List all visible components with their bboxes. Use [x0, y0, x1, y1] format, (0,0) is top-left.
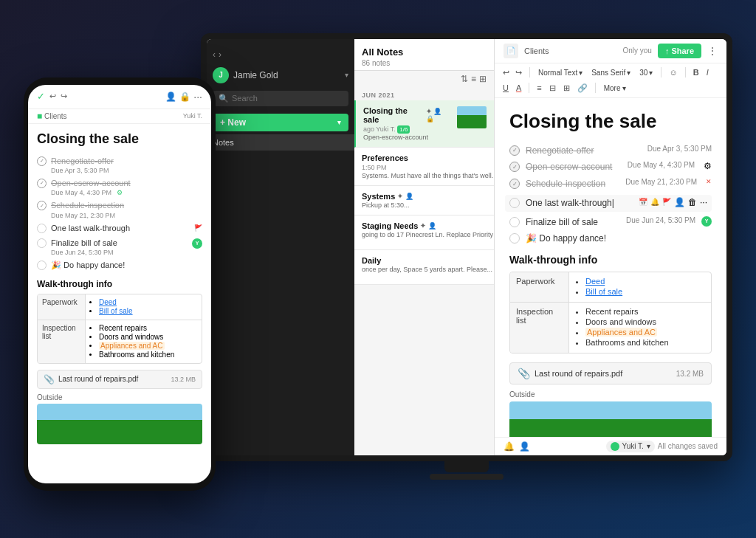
person-icon[interactable]: 👤: [674, 197, 685, 207]
phone-task-checkbox[interactable]: [37, 156, 47, 166]
bill-of-sale-link[interactable]: Bill of sale: [585, 287, 622, 296]
phone-image-preview: [37, 404, 202, 444]
phone-redo-icon[interactable]: ↪: [61, 92, 67, 101]
phone-task-item: Open-escrow-account Due May 4, 4:30 PM ⚙: [37, 178, 202, 196]
notes-list-panel: All Notes 86 notes ⇅ ≡ ⊞ JUN 2021 Closin…: [354, 39, 495, 455]
link-button[interactable]: 🔗: [575, 82, 590, 94]
sort-icon[interactable]: ≡: [471, 74, 476, 84]
indent-button[interactable]: ⊞: [561, 82, 572, 94]
search-input[interactable]: [232, 94, 343, 103]
task-checkbox[interactable]: [509, 233, 520, 244]
list-item: Recent repairs: [585, 307, 705, 316]
italic-button[interactable]: I: [704, 66, 711, 78]
user-dropdown-icon[interactable]: ▾: [345, 71, 348, 79]
font-dropdown[interactable]: Sans Serif ▾: [588, 67, 633, 78]
new-button[interactable]: + New ▾: [213, 114, 348, 131]
phone-content[interactable]: Closing the sale Renegotiate-offer Due A…: [28, 124, 211, 483]
phone-task-item: Schedule-inspection Due May 21, 2:30 PM: [37, 200, 202, 218]
note-item-preferences[interactable]: Preferences 1:50 PM Systems. Must have a…: [354, 148, 494, 186]
more-toolbar-dropdown[interactable]: More ▾: [601, 83, 629, 94]
forward-arrow-icon[interactable]: ›: [219, 49, 221, 60]
person-status-icon[interactable]: 👤: [519, 441, 530, 452]
share-button[interactable]: ↑ Share: [658, 44, 701, 58]
bell-icon[interactable]: 🔔: [650, 198, 659, 206]
attachment-bar[interactable]: 📎 Last round of repairs.pdf 13.2 MB: [509, 362, 712, 384]
phone-person-icon[interactable]: 👤: [165, 92, 176, 102]
task-text: One last walk-through|: [526, 197, 633, 210]
task-checkbox[interactable]: [509, 198, 520, 208]
search-bar[interactable]: 🔍: [213, 91, 348, 106]
dropdown-chevron: ▾: [622, 84, 626, 92]
redo-button[interactable]: ↪: [513, 66, 524, 79]
note-title: Closing the sale ✦ 👤 🔒: [363, 106, 451, 124]
note-item-staging[interactable]: Staging Needs ✦ 👤 going to do 17 Pinecre…: [354, 215, 494, 250]
deed-link[interactable]: Deed: [585, 277, 605, 286]
underline-button[interactable]: U: [501, 82, 511, 94]
status-icons: 🔔 👤: [504, 441, 530, 452]
bullet-list-button[interactable]: ≡: [535, 82, 543, 94]
toolbar-separator: [661, 67, 662, 77]
sidebar-nav: ‹ ›: [207, 45, 354, 64]
task-item-active[interactable]: One last walk-through| 📅 🔔 🚩 👤 🗑 ···: [505, 195, 712, 212]
phone-bill-link[interactable]: Bill of sale: [99, 307, 133, 315]
sidebar-item-notes[interactable]: Notes: [207, 134, 354, 151]
user-section[interactable]: J Jamie Gold ▾: [207, 64, 354, 86]
phone-task-item: Renegotiate-offer Due Apr 3, 5:30 PM: [37, 156, 202, 174]
sidebar: ‹ › J Jamie Gold ▾ 🔍 + New ▾ Notes: [207, 39, 354, 455]
phone-task-checkbox[interactable]: [37, 238, 47, 248]
back-arrow-icon[interactable]: ‹: [213, 49, 216, 60]
author-chip[interactable]: Yuki T. ▾: [606, 441, 655, 452]
numbered-list-button[interactable]: ⊟: [547, 82, 558, 94]
task-checkbox[interactable]: [509, 179, 520, 189]
font-size-dropdown[interactable]: 30 ▾: [636, 67, 656, 78]
phone-task-checkbox[interactable]: [37, 261, 47, 270]
undo-button[interactable]: ↩: [501, 66, 512, 79]
task-checkbox[interactable]: [509, 217, 520, 227]
task-actions: 📅 🔔 🚩 👤 🗑 ···: [639, 197, 707, 207]
bell-status-icon[interactable]: 🔔: [504, 441, 515, 452]
filter-icon[interactable]: ⇅: [461, 74, 468, 84]
phone-undo-icon[interactable]: ↩: [49, 92, 56, 101]
phone-breadcrumb-icon[interactable]: ◼: [37, 112, 42, 120]
list-item: Doors and windows: [99, 333, 197, 341]
toolbar-separator: [595, 83, 596, 93]
author-dropdown-icon: ▾: [647, 442, 650, 450]
flag-icon[interactable]: 🚩: [662, 198, 671, 206]
phone-task-checkbox[interactable]: [37, 201, 47, 210]
phone-task-checkbox[interactable]: [37, 224, 47, 233]
note-item-systems[interactable]: Systems ✦ 👤 Pickup at 5:30...: [354, 186, 494, 215]
document-title: Closing the sale: [509, 110, 712, 133]
table-value: Deed Bill of sale: [569, 272, 711, 302]
phone-attachment[interactable]: 📎 Last round of repairs.pdf 13.2 MB: [37, 370, 202, 389]
task-checkbox[interactable]: [509, 162, 520, 172]
text-style-dropdown[interactable]: Normal Text ▾: [535, 67, 585, 78]
note-item-closing-sale[interactable]: Closing the sale ✦ 👤 🔒 ago Yuki T. 1/6 O…: [354, 100, 494, 148]
phone-more-icon[interactable]: ···: [193, 91, 202, 103]
editor-content[interactable]: Closing the sale Renegotiate-offer Due A…: [495, 98, 726, 437]
phone-check-icon: ✓: [37, 91, 45, 102]
appliances-link: Appliances and AC: [585, 328, 657, 337]
phone-lock-icon[interactable]: 🔒: [179, 92, 190, 102]
bold-button[interactable]: B: [691, 66, 701, 78]
toolbar-separator: [529, 83, 529, 93]
note-item-daily[interactable]: Daily once per day, Space 5 yards apart.…: [354, 250, 494, 285]
phone-deed-link[interactable]: Deed: [99, 298, 117, 306]
emoji-button[interactable]: ☺: [667, 66, 679, 78]
task-checkbox[interactable]: [509, 145, 520, 156]
image-preview: [509, 401, 712, 436]
phone-task-icons: 🚩: [194, 224, 202, 232]
phone-settings-icon[interactable]: ⚙: [117, 189, 123, 196]
share-icon: ↑: [665, 46, 670, 55]
grid-icon[interactable]: ⊞: [479, 74, 487, 84]
color-button[interactable]: A: [514, 82, 523, 94]
phone-task-checkbox[interactable]: [37, 179, 47, 188]
task-settings-icon[interactable]: ⚙: [704, 161, 712, 171]
more-icon[interactable]: ···: [700, 197, 707, 207]
trash-icon[interactable]: 🗑: [688, 197, 697, 207]
phone-table-row: Paperwork Deed Bill of sale: [38, 294, 202, 320]
more-options-icon[interactable]: ⋮: [707, 45, 718, 57]
task-due-date: Due May 4, 4:30 PM: [628, 161, 695, 169]
notes-section-label: JUN 2021: [354, 87, 494, 100]
task-text: Finalize bill of sale: [526, 216, 620, 229]
calendar-icon[interactable]: 📅: [639, 198, 647, 206]
